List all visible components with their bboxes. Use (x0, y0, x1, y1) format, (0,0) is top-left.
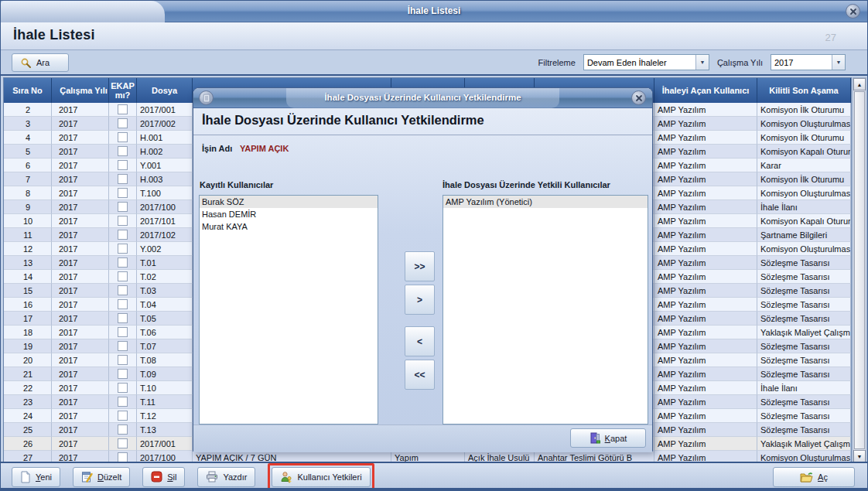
move-right-button[interactable]: > (405, 285, 435, 315)
search-button[interactable]: Ara (12, 53, 69, 72)
button-yeni[interactable]: Yeni (12, 467, 60, 487)
column-header-9[interactable]: Kilitli Son Aşama (757, 78, 851, 103)
ekap-checkbox[interactable] (118, 299, 128, 309)
cell-son-asama: Komisyon Oluşturulması (757, 186, 851, 200)
column-header-3[interactable]: Dosya (137, 78, 193, 103)
cell-calisma-yili: 2017 (52, 214, 109, 228)
chevron-down-icon[interactable]: ▼ (832, 55, 845, 70)
ekap-checkbox[interactable] (118, 327, 128, 337)
ekap-checkbox[interactable] (118, 285, 128, 295)
close-icon[interactable] (846, 4, 860, 19)
ekap-checkbox[interactable] (118, 397, 128, 407)
cell-ekap (109, 172, 137, 186)
cell-son-asama: Komisyon İlk Oturumu (757, 103, 851, 117)
cell-acan-kullanici: AMP Yazılım (654, 200, 757, 214)
ekap-checkbox[interactable] (118, 104, 128, 114)
cell-calisma-yili: 2017 (52, 326, 109, 339)
cell-ekap (109, 423, 137, 437)
cell-son-asama: Sözleşme Tasarısı (757, 298, 851, 312)
open-button-label: Aç (818, 472, 828, 482)
new-page-icon (20, 471, 31, 483)
scroll-up-icon[interactable]: ▲ (853, 78, 866, 90)
ekap-checkbox[interactable] (118, 146, 128, 156)
cell-son-asama: Sözleşme Tasarısı (757, 409, 851, 423)
move-left-button[interactable]: < (405, 326, 435, 356)
move-all-left-button[interactable]: << (405, 360, 435, 390)
button-sil[interactable]: Sil (142, 467, 185, 487)
button-yazdır[interactable]: Yazdır (197, 467, 255, 487)
cell-calisma-yili: 2017 (52, 312, 109, 326)
cell-ekap (109, 312, 137, 326)
list-item[interactable]: AMP Yazılım (Yönetici) (443, 196, 648, 208)
scrollbar-thumb[interactable] (854, 91, 865, 449)
button-kullanıcı-yetkileri[interactable]: Kullanıcı Yetkileri (272, 467, 370, 487)
year-select[interactable]: 2017 ▼ (771, 54, 846, 70)
vertical-scrollbar[interactable]: ▲ ▼ (853, 77, 866, 463)
ekap-checkbox[interactable] (118, 341, 128, 351)
move-all-right-button[interactable]: >> (405, 251, 435, 281)
ekap-checkbox[interactable] (118, 244, 128, 254)
filter-select[interactable]: Devam Eden İhaleler ▼ (583, 54, 709, 70)
column-header-1[interactable]: Çalışma Yılı (52, 78, 109, 103)
filter-label: Filtreleme (538, 58, 576, 67)
column-header-2[interactable]: EKAP mı? (109, 78, 137, 103)
cell-dosya: T.08 (137, 353, 193, 367)
cell-calisma-yili: 2017 (52, 437, 109, 451)
ekap-checkbox[interactable] (118, 383, 128, 393)
cell-son-asama: Sözleşme Tasarısı (757, 256, 851, 270)
ekap-checkbox[interactable] (118, 188, 128, 198)
ekap-checkbox[interactable] (118, 313, 128, 323)
ekap-checkbox[interactable] (118, 425, 128, 435)
divider (193, 135, 652, 135)
list-item[interactable]: Murat KAYA (200, 220, 378, 233)
cell-son-asama: Komisyon Oluşturulması (757, 117, 851, 131)
dialog-titlebar[interactable]: İhale Dosyası Üzerinde Kullanıcı Yetkile… (193, 88, 652, 108)
column-header-0[interactable]: Sıra No (4, 78, 52, 103)
cell-calisma-yili: 2017 (52, 256, 109, 270)
cell-acan-kullanici: AMP Yazılım (654, 186, 757, 200)
ekap-checkbox[interactable] (118, 132, 128, 142)
ekap-checkbox[interactable] (118, 271, 128, 281)
cell-sira-no: 2 (4, 103, 52, 117)
list-item[interactable]: Burak SÖZ (200, 196, 378, 208)
list-item[interactable]: Hasan DEMİR (200, 208, 378, 220)
cell-ekap (109, 270, 137, 284)
cell-dosya: T.03 (137, 284, 193, 298)
ekap-checkbox[interactable] (118, 369, 128, 379)
scroll-down-icon[interactable]: ▼ (853, 450, 866, 462)
column-header-8[interactable]: İhaleyi Açan Kullanıcı (654, 78, 757, 103)
cell-acan-kullanici: AMP Yazılım (654, 131, 757, 145)
ekap-checkbox[interactable] (118, 174, 128, 184)
user-authorization-dialog: İhale Dosyası Üzerinde Kullanıcı Yetkile… (193, 87, 653, 452)
authorized-users-list[interactable]: AMP Yazılım (Yönetici) (443, 195, 648, 425)
ekap-checkbox[interactable] (118, 216, 128, 226)
header-band: İhale Listesi 27 (1, 22, 867, 50)
ekap-checkbox[interactable] (118, 257, 128, 268)
cell-acan-kullanici: AMP Yazılım (654, 172, 757, 186)
cell-calisma-yili: 2017 (52, 159, 109, 172)
ekap-checkbox[interactable] (118, 230, 128, 240)
close-icon[interactable] (631, 90, 646, 105)
chevron-down-icon[interactable]: ▼ (695, 55, 709, 70)
cell-ekap (109, 186, 137, 200)
ekap-checkbox[interactable] (118, 202, 128, 212)
cell-dosya: H.003 (137, 172, 193, 186)
cell-ekap (109, 145, 137, 159)
cell-son-asama: Sözleşme Tasarısı (757, 423, 851, 437)
cell-acan-kullanici: AMP Yazılım (654, 339, 757, 353)
ekap-checkbox[interactable] (118, 118, 128, 128)
ekap-checkbox[interactable] (118, 411, 128, 421)
cell-ekap (109, 159, 137, 172)
window-titlebar[interactable]: İhale Listesi (1, 1, 867, 22)
cell-calisma-yili: 2017 (52, 228, 109, 242)
cell-sira-no: 12 (4, 242, 52, 256)
registered-users-list[interactable]: Burak SÖZHasan DEMİRMurat KAYA (199, 195, 378, 425)
ekap-checkbox[interactable] (118, 160, 128, 170)
button-düzelt[interactable]: Düzelt (73, 467, 130, 487)
cell-sira-no: 22 (4, 381, 52, 395)
ekap-checkbox[interactable] (118, 355, 128, 365)
close-dialog-button[interactable]: Kapat (570, 428, 646, 448)
open-button[interactable]: Aç (773, 467, 855, 487)
ekap-checkbox[interactable] (118, 438, 128, 448)
cell-son-asama: Komisyon Oluşturulması (757, 242, 851, 256)
